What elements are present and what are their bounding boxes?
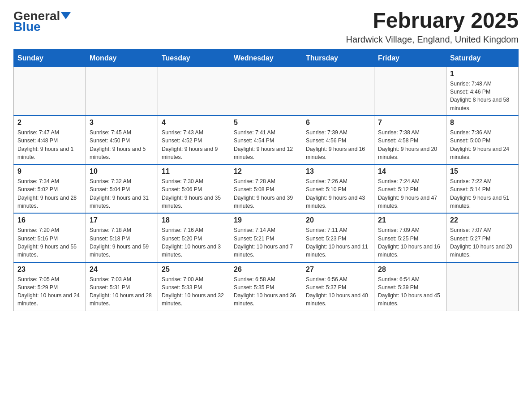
- day-number: 5: [234, 119, 298, 127]
- day-info: Sunrise: 7:28 AMSunset: 5:08 PMDaylight:…: [234, 177, 298, 210]
- calendar-cell: 21Sunrise: 7:09 AMSunset: 5:25 PMDayligh…: [374, 213, 446, 262]
- calendar-cell: [374, 67, 446, 116]
- day-number: 23: [17, 265, 82, 274]
- calendar-cell: 16Sunrise: 7:20 AMSunset: 5:16 PMDayligh…: [14, 213, 86, 262]
- calendar-table: SundayMondayTuesdayWednesdayThursdayFrid…: [13, 49, 519, 311]
- day-number: 21: [378, 216, 442, 224]
- day-info: Sunrise: 6:58 AMSunset: 5:35 PMDaylight:…: [234, 275, 298, 308]
- day-number: 10: [90, 167, 154, 176]
- day-info: Sunrise: 7:05 AMSunset: 5:29 PMDaylight:…: [17, 275, 82, 308]
- page-header: General Blue February 2025 Hardwick Vill…: [13, 9, 519, 45]
- logo-blue-text: Blue: [13, 20, 41, 34]
- day-number: 7: [378, 119, 442, 127]
- svg-marker-0: [61, 12, 71, 19]
- day-number: 4: [162, 119, 226, 127]
- day-info: Sunrise: 7:41 AMSunset: 4:54 PMDaylight:…: [234, 128, 298, 161]
- day-info: Sunrise: 7:22 AMSunset: 5:14 PMDaylight:…: [450, 177, 515, 210]
- day-info: Sunrise: 7:26 AMSunset: 5:10 PMDaylight:…: [306, 177, 370, 210]
- calendar-cell: [86, 67, 158, 116]
- day-info: Sunrise: 7:03 AMSunset: 5:31 PMDaylight:…: [90, 275, 154, 308]
- day-info: Sunrise: 7:34 AMSunset: 5:02 PMDaylight:…: [17, 177, 82, 210]
- day-info: Sunrise: 7:18 AMSunset: 5:18 PMDaylight:…: [90, 226, 154, 259]
- calendar-week-3: 16Sunrise: 7:20 AMSunset: 5:16 PMDayligh…: [14, 213, 519, 262]
- day-number: 9: [17, 167, 82, 176]
- calendar-cell: 17Sunrise: 7:18 AMSunset: 5:18 PMDayligh…: [86, 213, 158, 262]
- day-info: Sunrise: 7:07 AMSunset: 5:27 PMDaylight:…: [450, 226, 515, 259]
- calendar-cell: 20Sunrise: 7:11 AMSunset: 5:23 PMDayligh…: [302, 213, 374, 262]
- day-number: 6: [306, 119, 370, 127]
- day-info: Sunrise: 6:54 AMSunset: 5:39 PMDaylight:…: [378, 275, 442, 308]
- calendar-cell: 27Sunrise: 6:56 AMSunset: 5:37 PMDayligh…: [302, 262, 374, 311]
- day-info: Sunrise: 7:43 AMSunset: 4:52 PMDaylight:…: [162, 128, 226, 161]
- calendar-cell: 11Sunrise: 7:30 AMSunset: 5:06 PMDayligh…: [158, 164, 230, 213]
- day-number: 1: [450, 70, 515, 78]
- calendar-cell: 15Sunrise: 7:22 AMSunset: 5:14 PMDayligh…: [446, 164, 519, 213]
- calendar-cell: 3Sunrise: 7:45 AMSunset: 4:50 PMDaylight…: [86, 116, 158, 164]
- location-subtitle: Hardwick Village, England, United Kingdo…: [346, 34, 519, 45]
- day-number: 15: [450, 167, 515, 176]
- day-info: Sunrise: 7:30 AMSunset: 5:06 PMDaylight:…: [162, 177, 226, 210]
- header-monday: Monday: [86, 49, 158, 67]
- day-number: 14: [378, 167, 442, 176]
- logo: General Blue: [13, 9, 71, 34]
- header-sunday: Sunday: [14, 49, 86, 67]
- day-number: 22: [450, 216, 515, 224]
- day-info: Sunrise: 7:16 AMSunset: 5:20 PMDaylight:…: [162, 226, 226, 259]
- day-number: 2: [17, 119, 82, 127]
- day-info: Sunrise: 7:36 AMSunset: 5:00 PMDaylight:…: [450, 128, 515, 161]
- calendar-cell: [302, 67, 374, 116]
- day-number: 26: [234, 265, 298, 274]
- title-block: February 2025 Hardwick Village, England,…: [346, 9, 519, 45]
- day-number: 16: [17, 216, 82, 224]
- day-number: 12: [234, 167, 298, 176]
- calendar-cell: [230, 67, 302, 116]
- calendar-week-4: 23Sunrise: 7:05 AMSunset: 5:29 PMDayligh…: [14, 262, 519, 311]
- day-info: Sunrise: 7:38 AMSunset: 4:58 PMDaylight:…: [378, 128, 442, 161]
- calendar-cell: 2Sunrise: 7:47 AMSunset: 4:48 PMDaylight…: [14, 116, 86, 164]
- day-info: Sunrise: 7:47 AMSunset: 4:48 PMDaylight:…: [17, 128, 82, 161]
- day-number: 25: [162, 265, 226, 274]
- day-number: 19: [234, 216, 298, 224]
- day-number: 13: [306, 167, 370, 176]
- calendar-cell: 5Sunrise: 7:41 AMSunset: 4:54 PMDaylight…: [230, 116, 302, 164]
- calendar-cell: 19Sunrise: 7:14 AMSunset: 5:21 PMDayligh…: [230, 213, 302, 262]
- day-info: Sunrise: 6:56 AMSunset: 5:37 PMDaylight:…: [306, 275, 370, 308]
- day-number: 11: [162, 167, 226, 176]
- day-info: Sunrise: 7:00 AMSunset: 5:33 PMDaylight:…: [162, 275, 226, 308]
- calendar-header-row: SundayMondayTuesdayWednesdayThursdayFrid…: [14, 49, 519, 67]
- header-tuesday: Tuesday: [158, 49, 230, 67]
- calendar-cell: 25Sunrise: 7:00 AMSunset: 5:33 PMDayligh…: [158, 262, 230, 311]
- month-title: February 2025: [346, 9, 519, 33]
- header-friday: Friday: [374, 49, 446, 67]
- day-info: Sunrise: 7:11 AMSunset: 5:23 PMDaylight:…: [306, 226, 370, 259]
- day-number: 3: [90, 119, 154, 127]
- header-wednesday: Wednesday: [230, 49, 302, 67]
- calendar-cell: 4Sunrise: 7:43 AMSunset: 4:52 PMDaylight…: [158, 116, 230, 164]
- day-number: 8: [450, 119, 515, 127]
- day-info: Sunrise: 7:09 AMSunset: 5:25 PMDaylight:…: [378, 226, 442, 259]
- calendar-cell: 24Sunrise: 7:03 AMSunset: 5:31 PMDayligh…: [86, 262, 158, 311]
- calendar-cell: 13Sunrise: 7:26 AMSunset: 5:10 PMDayligh…: [302, 164, 374, 213]
- day-number: 28: [378, 265, 442, 274]
- day-number: 24: [90, 265, 154, 274]
- calendar-cell: 7Sunrise: 7:38 AMSunset: 4:58 PMDaylight…: [374, 116, 446, 164]
- calendar-cell: 8Sunrise: 7:36 AMSunset: 5:00 PMDaylight…: [446, 116, 519, 164]
- header-thursday: Thursday: [302, 49, 374, 67]
- calendar-cell: 1Sunrise: 7:48 AMSunset: 4:46 PMDaylight…: [446, 67, 519, 116]
- day-info: Sunrise: 7:20 AMSunset: 5:16 PMDaylight:…: [17, 226, 82, 259]
- day-number: 18: [162, 216, 226, 224]
- calendar-cell: 14Sunrise: 7:24 AMSunset: 5:12 PMDayligh…: [374, 164, 446, 213]
- calendar-cell: 26Sunrise: 6:58 AMSunset: 5:35 PMDayligh…: [230, 262, 302, 311]
- day-number: 20: [306, 216, 370, 224]
- day-number: 27: [306, 265, 370, 274]
- calendar-cell: 22Sunrise: 7:07 AMSunset: 5:27 PMDayligh…: [446, 213, 519, 262]
- calendar-cell: [158, 67, 230, 116]
- day-number: 17: [90, 216, 154, 224]
- calendar-week-1: 2Sunrise: 7:47 AMSunset: 4:48 PMDaylight…: [14, 116, 519, 164]
- day-info: Sunrise: 7:14 AMSunset: 5:21 PMDaylight:…: [234, 226, 298, 259]
- day-info: Sunrise: 7:45 AMSunset: 4:50 PMDaylight:…: [90, 128, 154, 161]
- header-saturday: Saturday: [446, 49, 519, 67]
- day-info: Sunrise: 7:39 AMSunset: 4:56 PMDaylight:…: [306, 128, 370, 161]
- calendar-week-0: 1Sunrise: 7:48 AMSunset: 4:46 PMDaylight…: [14, 67, 519, 116]
- calendar-cell: [14, 67, 86, 116]
